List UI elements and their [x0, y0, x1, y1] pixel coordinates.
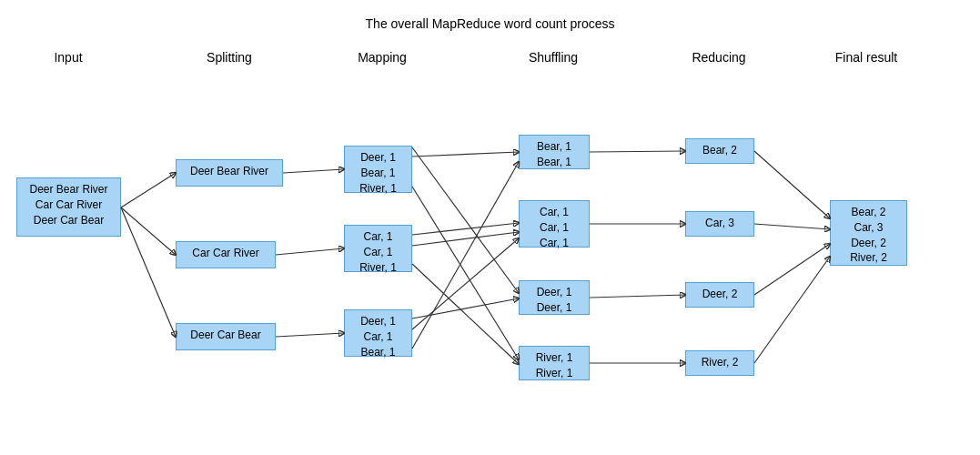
svg-line-11 — [412, 264, 519, 364]
box-input: Deer Bear RiverCar Car RiverDeer Car Bea… — [16, 177, 121, 237]
svg-line-15 — [590, 151, 685, 152]
svg-line-13 — [412, 238, 519, 329]
box-shuf3: Deer, 1Deer, 1 — [519, 280, 590, 315]
diagram-title: The overall MapReduce word count process — [366, 16, 615, 31]
box-shuf1: Bear, 1Bear, 1 — [519, 135, 590, 169]
box-red2: Car, 3 — [685, 211, 754, 237]
header-input: Input — [54, 50, 82, 65]
svg-line-4 — [276, 248, 344, 255]
box-red4: River, 2 — [685, 350, 754, 376]
svg-line-17 — [590, 295, 685, 298]
box-red3: Deer, 2 — [685, 282, 754, 308]
diagram-container: The overall MapReduce word count process… — [0, 0, 980, 455]
svg-line-14 — [412, 162, 519, 349]
header-splitting: Splitting — [207, 50, 252, 65]
header-shuffling: Shuffling — [529, 50, 578, 65]
svg-line-19 — [754, 151, 830, 218]
svg-line-2 — [121, 207, 176, 337]
svg-line-7 — [412, 187, 519, 359]
box-red1: Bear, 2 — [685, 138, 754, 164]
box-map3: Deer, 1Car, 1Bear, 1 — [344, 309, 412, 357]
svg-line-10 — [412, 232, 519, 246]
box-split1: Deer Bear River — [176, 159, 283, 187]
svg-line-6 — [412, 152, 519, 157]
svg-line-3 — [283, 169, 344, 173]
svg-line-9 — [412, 223, 519, 235]
svg-line-8 — [412, 147, 519, 293]
box-shuf4: River, 1River, 1 — [519, 346, 590, 380]
svg-line-22 — [754, 257, 830, 363]
box-split2: Car Car River — [176, 241, 276, 268]
svg-line-1 — [121, 207, 176, 255]
box-map2: Car, 1Car, 1River, 1 — [344, 225, 412, 272]
header-reducing: Reducing — [692, 50, 745, 65]
svg-line-12 — [412, 298, 519, 318]
header-mapping: Mapping — [358, 50, 407, 65]
box-shuf2: Car, 1Car, 1Car, 1 — [519, 200, 590, 248]
svg-line-0 — [121, 173, 176, 207]
header-final: Final result — [835, 50, 897, 65]
svg-line-20 — [754, 224, 830, 229]
box-map1: Deer, 1Bear, 1River, 1 — [344, 146, 412, 193]
svg-line-21 — [754, 244, 830, 295]
box-split3: Deer Car Bear — [176, 323, 276, 350]
svg-line-5 — [276, 333, 344, 337]
box-final: Bear, 2Car, 3Deer, 2River, 2 — [830, 200, 907, 266]
